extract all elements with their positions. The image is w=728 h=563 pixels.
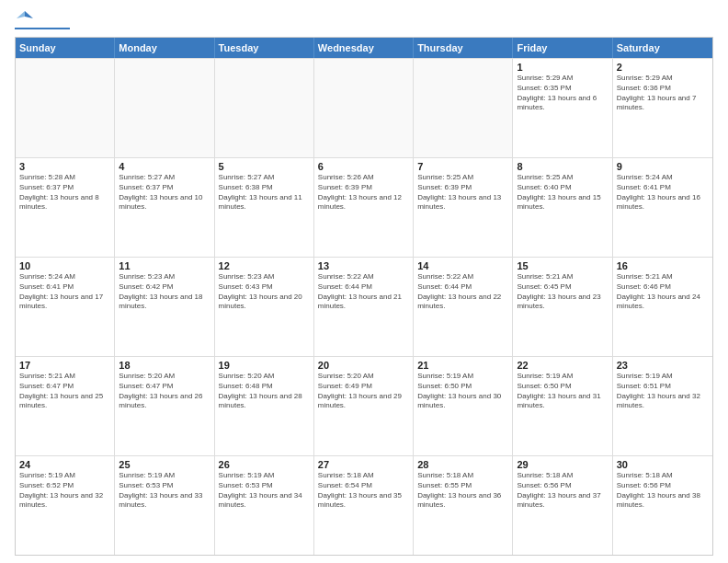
header-day-monday: Monday	[115, 38, 214, 58]
cell-info: Sunrise: 5:18 AMSunset: 6:56 PMDaylight:…	[617, 471, 709, 511]
cal-row-4: 24Sunrise: 5:19 AMSunset: 6:52 PMDayligh…	[16, 455, 712, 555]
header-day-friday: Friday	[513, 38, 612, 58]
cal-cell: 16Sunrise: 5:21 AMSunset: 6:46 PMDayligh…	[613, 258, 712, 356]
day-number: 8	[517, 161, 608, 172]
svg-marker-1	[17, 11, 25, 18]
day-number: 17	[19, 360, 110, 371]
day-number: 9	[617, 161, 709, 172]
cal-cell: 23Sunrise: 5:19 AMSunset: 6:51 PMDayligh…	[613, 357, 712, 455]
cal-cell	[414, 59, 513, 157]
cell-info: Sunrise: 5:19 AMSunset: 6:51 PMDaylight:…	[617, 372, 709, 411]
logo-bird-icon	[17, 9, 33, 26]
cal-cell: 11Sunrise: 5:23 AMSunset: 6:42 PMDayligh…	[115, 258, 214, 356]
cal-cell: 18Sunrise: 5:20 AMSunset: 6:47 PMDayligh…	[115, 357, 214, 455]
cell-info: Sunrise: 5:20 AMSunset: 6:49 PMDaylight:…	[318, 372, 409, 411]
day-number: 20	[318, 360, 409, 371]
cell-info: Sunrise: 5:27 AMSunset: 6:37 PMDaylight:…	[119, 173, 210, 213]
day-number: 21	[417, 360, 508, 371]
header-day-saturday: Saturday	[613, 38, 712, 58]
cell-info: Sunrise: 5:26 AMSunset: 6:39 PMDaylight:…	[318, 173, 409, 213]
cal-cell: 22Sunrise: 5:19 AMSunset: 6:50 PMDayligh…	[513, 357, 612, 455]
header	[15, 11, 713, 29]
header-day-thursday: Thursday	[414, 38, 513, 58]
cal-cell: 17Sunrise: 5:21 AMSunset: 6:47 PMDayligh…	[16, 357, 115, 455]
cell-info: Sunrise: 5:24 AMSunset: 6:41 PMDaylight:…	[617, 173, 709, 213]
day-number: 7	[417, 161, 508, 172]
cal-cell: 9Sunrise: 5:24 AMSunset: 6:41 PMDaylight…	[613, 158, 712, 257]
day-number: 12	[219, 260, 310, 271]
header-day-sunday: Sunday	[16, 38, 115, 58]
day-number: 11	[119, 260, 210, 271]
cal-cell: 20Sunrise: 5:20 AMSunset: 6:49 PMDayligh…	[314, 357, 414, 455]
cal-cell: 12Sunrise: 5:23 AMSunset: 6:43 PMDayligh…	[215, 258, 314, 356]
cell-info: Sunrise: 5:28 AMSunset: 6:37 PMDaylight:…	[19, 173, 110, 213]
day-number: 13	[318, 260, 409, 271]
day-number: 4	[119, 161, 210, 172]
cal-cell	[215, 59, 314, 157]
cal-row-1: 3Sunrise: 5:28 AMSunset: 6:37 PMDaylight…	[16, 157, 712, 257]
cal-cell: 24Sunrise: 5:19 AMSunset: 6:52 PMDayligh…	[16, 456, 115, 555]
cal-cell	[314, 59, 414, 157]
cell-info: Sunrise: 5:21 AMSunset: 6:47 PMDaylight:…	[19, 372, 110, 411]
cal-cell: 28Sunrise: 5:18 AMSunset: 6:55 PMDayligh…	[414, 456, 513, 555]
cell-info: Sunrise: 5:29 AMSunset: 6:35 PMDaylight:…	[517, 74, 608, 113]
header-day-wednesday: Wednesday	[314, 38, 414, 58]
cell-info: Sunrise: 5:20 AMSunset: 6:48 PMDaylight:…	[219, 372, 310, 411]
cell-info: Sunrise: 5:18 AMSunset: 6:55 PMDaylight:…	[417, 471, 508, 511]
cal-cell: 7Sunrise: 5:25 AMSunset: 6:39 PMDaylight…	[414, 158, 513, 257]
cell-info: Sunrise: 5:23 AMSunset: 6:43 PMDaylight:…	[219, 272, 310, 312]
day-number: 6	[318, 161, 409, 172]
header-day-tuesday: Tuesday	[215, 38, 314, 58]
day-number: 22	[517, 360, 608, 371]
cell-info: Sunrise: 5:23 AMSunset: 6:42 PMDaylight:…	[119, 272, 210, 312]
cal-cell: 29Sunrise: 5:18 AMSunset: 6:56 PMDayligh…	[513, 456, 612, 555]
cell-info: Sunrise: 5:25 AMSunset: 6:40 PMDaylight:…	[517, 173, 608, 213]
cal-cell: 2Sunrise: 5:29 AMSunset: 6:36 PMDaylight…	[613, 59, 712, 157]
cal-row-2: 10Sunrise: 5:24 AMSunset: 6:41 PMDayligh…	[16, 257, 712, 356]
cal-cell: 10Sunrise: 5:24 AMSunset: 6:41 PMDayligh…	[16, 258, 115, 356]
cell-info: Sunrise: 5:19 AMSunset: 6:50 PMDaylight:…	[517, 372, 608, 411]
day-number: 5	[219, 161, 310, 172]
cal-cell: 25Sunrise: 5:19 AMSunset: 6:53 PMDayligh…	[115, 456, 214, 555]
day-number: 19	[219, 360, 310, 371]
cal-cell: 21Sunrise: 5:19 AMSunset: 6:50 PMDayligh…	[414, 357, 513, 455]
cell-info: Sunrise: 5:29 AMSunset: 6:36 PMDaylight:…	[617, 74, 709, 113]
day-number: 24	[19, 459, 110, 470]
day-number: 30	[617, 459, 709, 470]
cal-cell	[115, 59, 214, 157]
cal-row-3: 17Sunrise: 5:21 AMSunset: 6:47 PMDayligh…	[16, 356, 712, 455]
day-number: 14	[417, 260, 508, 271]
calendar-body: 1Sunrise: 5:29 AMSunset: 6:35 PMDaylight…	[16, 58, 712, 555]
day-number: 2	[617, 62, 709, 73]
cell-info: Sunrise: 5:22 AMSunset: 6:44 PMDaylight:…	[318, 272, 409, 312]
day-number: 16	[617, 260, 709, 271]
day-number: 26	[219, 459, 310, 470]
logo	[15, 11, 70, 29]
cal-cell	[16, 59, 115, 157]
cal-cell: 15Sunrise: 5:21 AMSunset: 6:45 PMDayligh…	[513, 258, 612, 356]
cell-info: Sunrise: 5:20 AMSunset: 6:47 PMDaylight:…	[119, 372, 210, 411]
day-number: 15	[517, 260, 608, 271]
cell-info: Sunrise: 5:19 AMSunset: 6:50 PMDaylight:…	[417, 372, 508, 411]
cell-info: Sunrise: 5:25 AMSunset: 6:39 PMDaylight:…	[417, 173, 508, 213]
cell-info: Sunrise: 5:18 AMSunset: 6:54 PMDaylight:…	[318, 471, 409, 511]
cal-cell: 6Sunrise: 5:26 AMSunset: 6:39 PMDaylight…	[314, 158, 414, 257]
day-number: 23	[617, 360, 709, 371]
calendar-header: SundayMondayTuesdayWednesdayThursdayFrid…	[16, 38, 712, 58]
logo-divider	[15, 28, 70, 29]
cell-info: Sunrise: 5:18 AMSunset: 6:56 PMDaylight:…	[517, 471, 608, 511]
page: SundayMondayTuesdayWednesdayThursdayFrid…	[0, 0, 728, 563]
cal-cell: 27Sunrise: 5:18 AMSunset: 6:54 PMDayligh…	[314, 456, 414, 555]
cell-info: Sunrise: 5:22 AMSunset: 6:44 PMDaylight:…	[417, 272, 508, 312]
cell-info: Sunrise: 5:24 AMSunset: 6:41 PMDaylight:…	[19, 272, 110, 312]
day-number: 10	[19, 260, 110, 271]
cal-cell: 1Sunrise: 5:29 AMSunset: 6:35 PMDaylight…	[513, 59, 612, 157]
day-number: 29	[517, 459, 608, 470]
cell-info: Sunrise: 5:21 AMSunset: 6:46 PMDaylight:…	[617, 272, 709, 312]
cal-cell: 3Sunrise: 5:28 AMSunset: 6:37 PMDaylight…	[16, 158, 115, 257]
day-number: 25	[119, 459, 210, 470]
cal-cell: 26Sunrise: 5:19 AMSunset: 6:53 PMDayligh…	[215, 456, 314, 555]
cal-cell: 19Sunrise: 5:20 AMSunset: 6:48 PMDayligh…	[215, 357, 314, 455]
day-number: 3	[19, 161, 110, 172]
day-number: 27	[318, 459, 409, 470]
